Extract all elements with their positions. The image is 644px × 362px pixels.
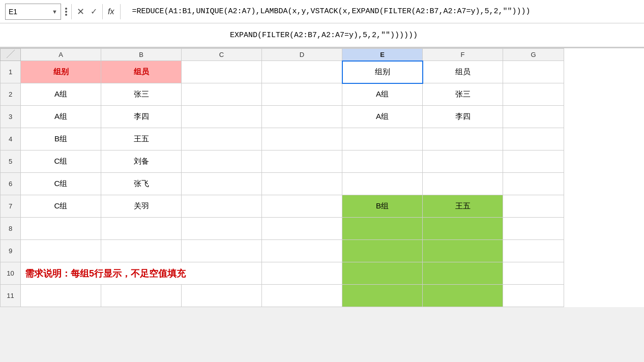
- cell-g11[interactable]: [503, 285, 564, 307]
- cell-g9[interactable]: [503, 240, 564, 262]
- col-header-f[interactable]: F: [423, 49, 503, 61]
- cell-f9[interactable]: [423, 240, 503, 262]
- cell-e1[interactable]: 组别: [342, 61, 423, 83]
- col-header-a[interactable]: A: [21, 49, 101, 61]
- confirm-icon[interactable]: ✓: [87, 7, 100, 16]
- cell-g3[interactable]: [503, 106, 564, 128]
- cell-e7[interactable]: B组: [342, 195, 423, 218]
- cell-d6[interactable]: [262, 173, 342, 195]
- cell-c4[interactable]: [182, 128, 262, 150]
- col-header-e[interactable]: E: [342, 49, 423, 61]
- cell-b5[interactable]: 刘备: [101, 150, 182, 173]
- table-row: 10 需求说明：每组5行显示，不足空值填充: [1, 262, 564, 285]
- cell-f2[interactable]: 张三: [423, 83, 503, 106]
- cell-d3[interactable]: [262, 106, 342, 128]
- cell-a4[interactable]: B组: [21, 128, 101, 150]
- cell-a6[interactable]: C组: [21, 173, 101, 195]
- cell-d5[interactable]: [262, 150, 342, 173]
- sheet-table: A B C D E F G 1 组别 组员 组别 组员: [0, 48, 564, 307]
- cell-f7[interactable]: 王五: [423, 195, 503, 218]
- col-header-c[interactable]: C: [182, 49, 262, 61]
- cell-e2[interactable]: A组: [342, 83, 423, 106]
- cell-e4[interactable]: [342, 128, 423, 150]
- cell-d2[interactable]: [262, 83, 342, 106]
- col-header-d[interactable]: D: [262, 49, 342, 61]
- cell-a7[interactable]: C组: [21, 195, 101, 218]
- cell-b3[interactable]: 李四: [101, 106, 182, 128]
- cell-f5[interactable]: [423, 150, 503, 173]
- table-row: 2 A组 张三 A组 张三: [1, 83, 564, 106]
- cell-d9[interactable]: [262, 240, 342, 262]
- cell-c2[interactable]: [182, 83, 262, 106]
- formula-continuation-text: EXPAND(FILTER(A2:B7,A2:A7=y),5,2,"")))))…: [230, 31, 418, 40]
- table-row: 3 A组 李四 A组 李四: [1, 106, 564, 128]
- cell-d7[interactable]: [262, 195, 342, 218]
- cell-a1[interactable]: 组别: [21, 61, 101, 83]
- cell-g1[interactable]: [503, 61, 564, 83]
- cell-b7[interactable]: 关羽: [101, 195, 182, 218]
- col-header-g[interactable]: G: [503, 49, 564, 61]
- cell-f11[interactable]: [423, 285, 503, 307]
- cell-g4[interactable]: [503, 128, 564, 150]
- cell-c3[interactable]: [182, 106, 262, 128]
- cell-b4[interactable]: 王五: [101, 128, 182, 150]
- cell-e6[interactable]: [342, 173, 423, 195]
- cell-e5[interactable]: [342, 150, 423, 173]
- cell-e8[interactable]: [342, 218, 423, 240]
- more-options-icon[interactable]: [63, 8, 69, 16]
- cell-a8[interactable]: [21, 218, 101, 240]
- cell-b6[interactable]: 张飞: [101, 173, 182, 195]
- cell-g5[interactable]: [503, 150, 564, 173]
- cell-c5[interactable]: [182, 150, 262, 173]
- cell-b11[interactable]: [101, 285, 182, 307]
- cell-a2[interactable]: A组: [21, 83, 101, 106]
- cell-c7[interactable]: [182, 195, 262, 218]
- cell-g7[interactable]: [503, 195, 564, 218]
- cell-e9[interactable]: [342, 240, 423, 262]
- cell-e11[interactable]: [342, 285, 423, 307]
- table-row: 11: [1, 285, 564, 307]
- cell-c8[interactable]: [182, 218, 262, 240]
- cell-g10[interactable]: [503, 262, 564, 285]
- cell-f8[interactable]: [423, 218, 503, 240]
- cell-g2[interactable]: [503, 83, 564, 106]
- cell-d4[interactable]: [262, 128, 342, 150]
- cell-a3[interactable]: A组: [21, 106, 101, 128]
- cell-e3[interactable]: A组: [342, 106, 423, 128]
- table-row: 4 B组 王五: [1, 128, 564, 150]
- cell-reference-box[interactable]: E1 ▼: [5, 4, 61, 20]
- cell-g6[interactable]: [503, 173, 564, 195]
- cell-b9[interactable]: [101, 240, 182, 262]
- cell-d1[interactable]: [262, 61, 342, 83]
- cell-e10[interactable]: [342, 262, 423, 285]
- cell-f4[interactable]: [423, 128, 503, 150]
- cell-b8[interactable]: [101, 218, 182, 240]
- col-header-b[interactable]: B: [101, 49, 182, 61]
- cell-f10[interactable]: [423, 262, 503, 285]
- fx-label: fx: [105, 7, 117, 16]
- cell-g8[interactable]: [503, 218, 564, 240]
- cell-note: 需求说明：每组5行显示，不足空值填充: [21, 262, 262, 285]
- formula-continuation: EXPAND(FILTER(A2:B7,A2:A7=y),5,2,"")))))…: [0, 23, 644, 48]
- cell-a11[interactable]: [21, 285, 101, 307]
- cell-c9[interactable]: [182, 240, 262, 262]
- cancel-icon[interactable]: ✕: [74, 6, 87, 17]
- cell-f1[interactable]: 组员: [423, 61, 503, 83]
- cell-d10[interactable]: [262, 262, 342, 285]
- cell-c1[interactable]: [182, 61, 262, 83]
- cell-a9[interactable]: [21, 240, 101, 262]
- row-header-5: 5: [1, 150, 21, 173]
- cell-d11[interactable]: [262, 285, 342, 307]
- cell-a5[interactable]: C组: [21, 150, 101, 173]
- cell-b1[interactable]: 组员: [101, 61, 182, 83]
- table-row: 1 组别 组员 组别 组员: [1, 61, 564, 83]
- formula-input[interactable]: =REDUCE(A1:B1,UNIQUE(A2:A7),LAMBDA(x,y,V…: [127, 7, 644, 16]
- cell-b2[interactable]: 张三: [101, 83, 182, 106]
- cell-ref-dropdown-icon[interactable]: ▼: [52, 9, 57, 15]
- cell-f6[interactable]: [423, 173, 503, 195]
- cell-d8[interactable]: [262, 218, 342, 240]
- cell-f3[interactable]: 李四: [423, 106, 503, 128]
- cell-c11[interactable]: [182, 285, 262, 307]
- cell-c6[interactable]: [182, 173, 262, 195]
- row-header-7: 7: [1, 195, 21, 218]
